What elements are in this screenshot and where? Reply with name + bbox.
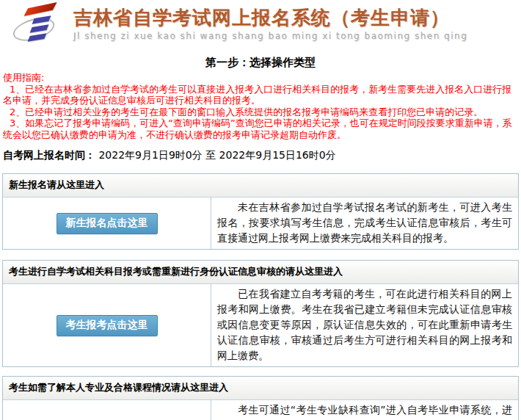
- usage-guide-item: 3、如果忘记了报考申请编码，可进入“查询申请编码”查询您已申请的相关记录，也可在…: [3, 117, 520, 140]
- missing-subject-query-description: 考生可通过“考生专业缺科查询”进入自考毕业申请系统，进行模拟毕业申请来了解所学专…: [217, 402, 512, 420]
- registration-time-line: 自考网上报名时间： 2022年9月1日9时0分 至 2022年9月15日16时0…: [3, 149, 521, 162]
- usage-guide: 使用指南: 1、已经在吉林省参加过自学考试的考生可以直接进入报考入口进行相关科目…: [3, 72, 520, 140]
- section-candidate-apply-heading: 考生进行自学考试相关科目报考或需重新进行身份认证信息审核的请从这里进入: [3, 261, 518, 284]
- app-title-pinyin: Jl sheng zi xue kao shi wang shang bao m…: [73, 31, 467, 41]
- section-new-student-description-cell: 未在吉林省参加过自学考试报名考试的新考生，可进入考生报名，按要求填写考生信息，完…: [211, 198, 518, 249]
- section-candidate-apply-description: 已在我省建立自考考籍的考生，可在此进行相关科目的网上报考和网上缴费。考生在我省已…: [217, 286, 512, 363]
- section-new-student: 新生报名请从这里进入 新生报名点击这里 未在吉林省参加过自学考试报名考试的新考生…: [2, 173, 519, 250]
- app-title: 吉林省自学考试网上报名系统（考生申请）: [73, 6, 467, 29]
- new-student-register-button[interactable]: 新生报名点击这里: [57, 213, 158, 234]
- candidate-apply-button[interactable]: 考生报考点击这里: [57, 315, 158, 336]
- section-queries: 考生如需了解本人专业及合格课程情况请从这里进入 考生专业缺科查询 考生可通过“考…: [2, 376, 519, 420]
- registration-time-value: 2022年9月1日9时0分 至 2022年9月15日16时0分: [98, 149, 335, 161]
- step-title: 第一步：选择操作类型: [0, 56, 521, 70]
- page-header: 吉林省自学考试网上报名系统（考生申请） Jl sheng zi xue kao …: [0, 0, 521, 48]
- section-queries-heading: 考生如需了解本人专业及合格课程情况请从这里进入: [3, 377, 518, 400]
- section-candidate-apply-description-cell: 已在我省建立自考考籍的考生，可在此进行相关科目的网上报考和网上缴费。考生在我省已…: [211, 284, 518, 366]
- usage-guide-item: 2、已经申请过相关业务的考生可在最下面的窗口输入系统提供的报名报考申请编码来查看…: [3, 106, 520, 118]
- section-new-student-description: 未在吉林省参加过自学考试报名考试的新考生，可进入考生报名，按要求填写考生信息，完…: [217, 200, 512, 246]
- section-new-student-heading: 新生报名请从这里进入: [3, 174, 518, 198]
- section-candidate-apply: 考生进行自学考试相关科目报考或需重新进行身份认证信息审核的请从这里进入 考生报考…: [2, 260, 519, 367]
- missing-subject-query-link-cell[interactable]: 考生专业缺科查询: [3, 400, 211, 420]
- usage-guide-heading: 使用指南:: [3, 72, 520, 84]
- missing-subject-query-description-cell: 考生可通过“考生专业缺科查询”进入自考毕业申请系统，进行模拟毕业申请来了解所学专…: [211, 400, 518, 420]
- section-new-student-button-cell: 新生报名点击这里: [3, 198, 211, 249]
- logo-red-roof-shape: [23, 2, 57, 16]
- query-row-missing-subjects: 考生专业缺科查询 考生可通过“考生专业缺科查询”进入自考毕业申请系统，进行模拟毕…: [3, 400, 518, 420]
- usage-guide-item: 1、已经在吉林省参加过自学考试的考生可以直接进入报考入口进行相关科目的报考，新考…: [3, 84, 520, 106]
- jilin-selfexam-logo-icon: [12, 3, 60, 47]
- registration-time-label: 自考网上报名时间：: [3, 149, 95, 161]
- section-candidate-apply-button-cell: 考生报考点击这里: [3, 284, 211, 366]
